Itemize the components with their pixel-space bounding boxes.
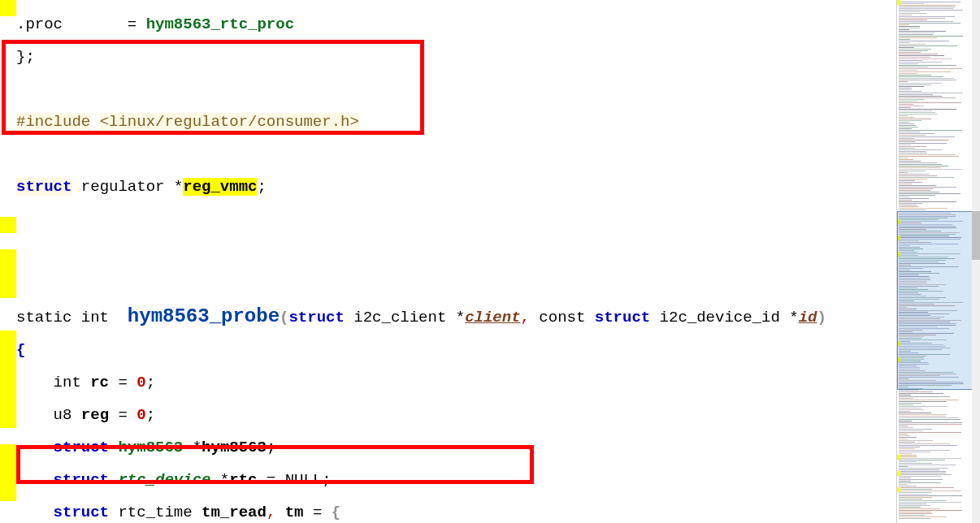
code-editor[interactable]: .proc = hym8563_rtc_proc }; #include <li… [0, 0, 896, 523]
change-mark [0, 331, 16, 428]
minimap-viewport[interactable] [897, 211, 972, 390]
code-line[interactable]: struct rtc_device *rtc = NULL; [16, 472, 894, 488]
code-line[interactable] [16, 276, 894, 292]
code-line[interactable]: }; [16, 49, 894, 65]
change-mark [0, 217, 16, 233]
code-line[interactable]: .proc = hym8563_rtc_proc [16, 16, 894, 32]
code-line[interactable]: struct regulator *reg_vmmc; [16, 179, 894, 195]
change-gutter [0, 0, 16, 523]
code-line[interactable]: struct rtc_time tm_read, tm = { [16, 504, 894, 521]
change-mark [0, 249, 16, 298]
code-line[interactable]: u8 reg = 0; [16, 407, 894, 423]
code-line[interactable] [16, 146, 894, 162]
code-line[interactable]: int rc = 0; [16, 374, 894, 391]
code-line[interactable]: { [16, 342, 894, 358]
code-content[interactable]: .proc = hym8563_rtc_proc }; #include <li… [16, 0, 894, 523]
code-line[interactable] [16, 244, 894, 260]
change-mark [0, 444, 16, 501]
code-line[interactable]: struct hym8563 *hym8563; [16, 439, 894, 456]
code-line[interactable] [16, 211, 894, 227]
code-line[interactable] [16, 81, 894, 97]
scrollbar-thumb[interactable] [972, 211, 980, 260]
minimap[interactable] [896, 0, 972, 523]
vertical-scrollbar[interactable] [972, 0, 980, 523]
change-mark [0, 0, 16, 16]
code-line[interactable]: #include <linux/regulator/consumer.h> [16, 114, 894, 130]
code-line[interactable]: static int hym8563_probe(struct i2c_clie… [16, 309, 894, 326]
